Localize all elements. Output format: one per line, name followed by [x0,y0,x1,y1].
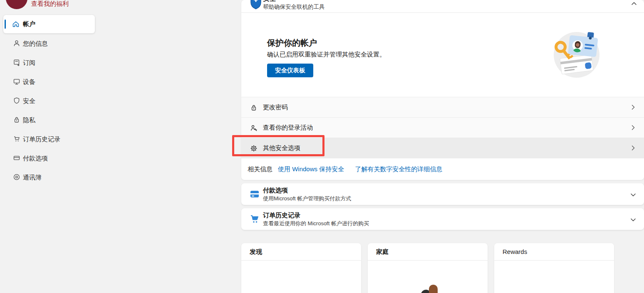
windows-security-link[interactable]: 使用 Windows 保持安全 [278,165,344,173]
section-title: 订单历史记录 [263,212,300,219]
shield-icon [12,96,21,106]
related-info-row: 相关信息 使用 Windows 保持安全 了解有关数字安全性的详细信息 [241,158,644,180]
payment-options-section[interactable]: 付款选项 使用Microsoft 帐户管理购买付款方式 [241,183,644,205]
chevron-right-icon [630,124,637,133]
blue-shield-icon [250,0,262,12]
sidebar-item-payment-options[interactable]: 付款选项 [3,153,95,165]
row-label: 查看你的登录活动 [263,124,313,132]
sidebar-item-devices[interactable]: 设备 [3,76,95,89]
card-title: 发现 [241,243,361,261]
gear-icon [250,144,258,154]
key-and-id-card-illustration [550,31,602,81]
lock-icon [250,103,258,113]
order-history-section[interactable]: 订单历史记录 查看最近使用你的 Microsoft 帐户进行的购买 [241,208,644,230]
chevron-down-icon [630,217,637,225]
row-label: 其他安全选项 [263,144,300,152]
digital-safety-link[interactable]: 了解有关数字安全性的详细信息 [355,165,442,173]
sidebar-item-address-book[interactable]: 通讯簿 [3,172,95,184]
chevron-up-icon[interactable] [631,0,637,9]
blue-cart-icon [250,214,260,226]
section-title: 安全 [263,0,276,3]
sidebar-item-label: 付款选项 [23,155,48,163]
protect-account-body: 确认已启用双重验证并管理其他安全设置。 [267,51,386,59]
home-icon [12,20,20,30]
credit-card-icon [12,154,21,164]
sidebar-item-your-info[interactable]: 您的信息 [3,38,95,50]
chevron-right-icon [630,104,637,112]
sidebar-item-label: 帐户 [23,20,35,28]
sidebar-item-label: 设备 [23,78,35,86]
change-password-row[interactable]: 更改密码 [241,97,644,117]
devices-icon [12,77,21,87]
benefits-link[interactable]: 查看我的福利 [31,0,69,8]
selected-accent-bar [5,20,6,29]
lock-icon [12,116,21,126]
section-subtitle: 帮助确保安全联机的工具 [263,3,325,11]
blue-credit-card-icon [250,189,260,201]
card-title: 家庭 [368,243,488,261]
signin-activity-icon [250,124,258,134]
security-panel: 安全 帮助确保安全联机的工具 保护你的帐户 确认已启用双重验证并管理其他安全设置… [241,0,644,180]
person-icon [12,39,21,49]
sidebar-item-label: 您的信息 [23,40,48,48]
sidebar-item-subscriptions[interactable]: 订阅 [3,57,95,69]
chevron-right-icon [630,145,637,153]
discover-card[interactable]: 发现 [241,243,361,293]
rewards-card[interactable]: Rewards [494,243,614,293]
chevron-down-icon [630,192,637,200]
sidebar-item-label: 通讯簿 [23,174,42,182]
row-label: 更改密码 [263,103,288,111]
related-info-label: 相关信息 [248,165,272,173]
security-section-header[interactable]: 安全 帮助确保安全联机的工具 [241,0,644,13]
sidebar-item-privacy[interactable]: 隐私 [3,114,95,127]
contacts-icon [12,173,21,183]
sidebar-item-label: 订单历史记录 [23,135,60,143]
section-title: 付款选项 [263,187,288,195]
other-security-options-row[interactable]: 其他安全选项 [241,138,644,158]
sidebar-item-order-history[interactable]: 订单历史记录 [3,133,95,146]
card-title: Rewards [494,243,614,261]
sidebar-item-label: 安全 [23,97,35,105]
subscriptions-icon [12,58,21,68]
security-dashboard-button[interactable]: 安全仪表板 [267,64,313,77]
sidebar-item-label: 隐私 [23,116,35,124]
sidebar-item-label: 订阅 [23,59,35,67]
avatar[interactable] [6,0,27,9]
family-person-icon [429,285,438,293]
sidebar-item-security[interactable]: 安全 [3,95,95,108]
signin-activity-row[interactable]: 查看你的登录活动 [241,117,644,138]
security-rows: 更改密码 查看你的登录活动 [241,97,644,180]
section-subtitle: 使用Microsoft 帐户管理购买付款方式 [263,195,351,202]
protect-account-title: 保护你的帐户 [267,37,317,49]
cart-icon [12,135,21,145]
sidebar-item-account[interactable]: 帐户 [3,15,95,33]
section-subtitle: 查看最近使用你的 Microsoft 帐户进行的购买 [263,220,369,227]
family-card[interactable]: 家庭 [368,243,488,293]
